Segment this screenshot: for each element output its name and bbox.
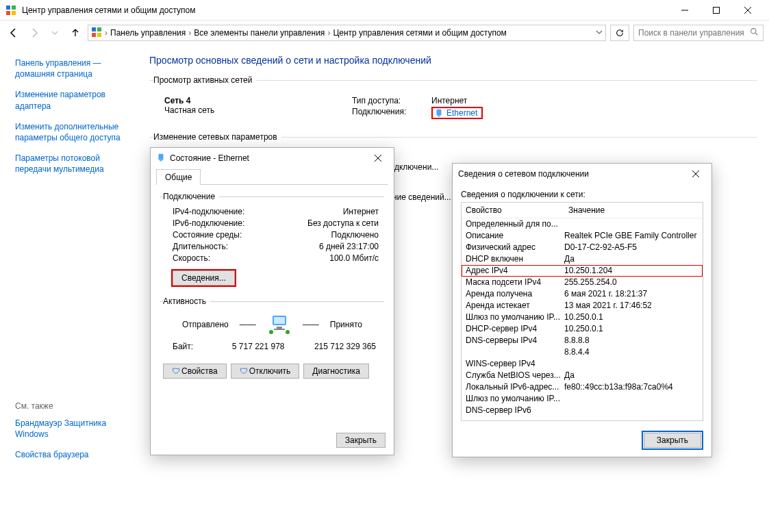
shield-icon: 🛡 — [240, 366, 248, 376]
duration-value: 6 дней 23:17:00 — [319, 242, 379, 251]
details-button[interactable]: Сведения... — [173, 270, 235, 286]
details-row[interactable]: Определенный для по... — [462, 218, 703, 230]
details-row[interactable]: DNS-серверы IPv48.8.8.8 — [462, 335, 703, 346]
details-row[interactable]: WINS-сервер IPv4 — [462, 358, 703, 370]
svg-rect-1 — [12, 5, 16, 10]
sidebar-link[interactable]: Изменение параметров адаптера — [15, 89, 133, 111]
svg-line-13 — [755, 33, 757, 35]
sidebar-link[interactable]: Параметры потоковой передачи мультимедиа — [15, 153, 133, 175]
details-close-button[interactable]: Закрыть — [644, 433, 701, 448]
svg-rect-8 — [92, 27, 96, 31]
details-row[interactable]: Аренда получена6 мая 2021 г. 18:21:37 — [462, 288, 703, 300]
property-cell: DNS-сервер IPv6 — [466, 405, 564, 416]
details-row[interactable]: Физический адресD0-17-C2-92-A5-F5 — [462, 242, 703, 253]
details-row[interactable]: Шлюз по умолчанию IP...10.250.0.1 — [462, 312, 703, 323]
svg-rect-16 — [159, 153, 164, 160]
value-cell: 10.250.0.1 — [564, 312, 698, 323]
property-cell: Локальный IPv6-адрес... — [466, 381, 564, 393]
disable-button[interactable]: 🛡Отключить — [231, 364, 300, 379]
diagnose-button[interactable]: Диагностика — [303, 364, 369, 379]
status-close-button[interactable]: Закрыть — [336, 433, 386, 448]
ipv4-conn-value: Интернет — [343, 207, 379, 216]
page-title: Просмотр основных сведений о сети и наст… — [149, 55, 757, 66]
details-row[interactable]: DHCP-сервер IPv410.250.0.1 — [462, 323, 703, 335]
sidebar-link[interactable]: Изменить дополнительные параметры общего… — [15, 121, 133, 143]
access-type-value: Интернет — [431, 96, 467, 105]
speed-label: Скорость: — [173, 253, 210, 263]
access-type-label: Тип доступа: — [352, 96, 431, 105]
forward-button[interactable] — [26, 25, 42, 41]
sent-label: Отправлено — [182, 320, 229, 329]
svg-rect-0 — [6, 5, 10, 10]
value-cell: 6 мая 2021 г. 18:21:37 — [564, 288, 698, 300]
address-icon — [91, 27, 102, 40]
property-cell: Шлюз по умолчанию IP... — [466, 312, 564, 323]
activity-icon — [267, 314, 292, 335]
svg-rect-2 — [6, 11, 10, 15]
details-row[interactable]: Локальный IPv6-адрес...fe80::49cc:b13a:f… — [462, 381, 703, 393]
svg-rect-14 — [437, 110, 442, 116]
property-cell: Шлюз по умолчанию IP... — [466, 393, 564, 405]
status-dialog: Состояние - Ethernet Общие Подключение I… — [150, 147, 394, 455]
properties-button[interactable]: 🛡Свойства — [163, 364, 227, 379]
breadcrumb-item[interactable]: Все элементы панели управления — [194, 28, 325, 38]
see-also-heading: См. также — [15, 401, 133, 411]
col-property[interactable]: Свойство — [462, 203, 564, 218]
value-cell: Да — [564, 370, 698, 381]
property-cell: Описание — [466, 230, 564, 242]
details-row[interactable]: Адрес IPv410.250.1.204 — [462, 265, 703, 277]
value-cell: Realtek PCIe GBE Family Controller — [564, 230, 698, 242]
activity-group: Активность Отправлено —— —— Принято — [160, 296, 384, 354]
status-close-icon[interactable] — [368, 148, 388, 168]
svg-point-12 — [751, 29, 756, 34]
minimize-button[interactable] — [669, 0, 701, 21]
details-row[interactable]: DHCP включенДа — [462, 253, 703, 265]
value-cell: 13 мая 2021 г. 17:46:52 — [564, 300, 698, 312]
media-state-label: Состояние среды: — [173, 230, 242, 240]
breadcrumb-item[interactable]: Панель управления — [110, 28, 186, 38]
details-row[interactable]: ОписаниеRealtek PCIe GBE Family Controll… — [462, 230, 703, 242]
property-cell: Маска подсети IPv4 — [466, 277, 564, 288]
property-cell: Определенный для по... — [466, 218, 564, 230]
media-state-value: Подключено — [331, 230, 379, 240]
refresh-button[interactable] — [610, 25, 629, 41]
back-button[interactable] — [5, 25, 22, 41]
value-cell: 10.250.1.204 — [564, 265, 698, 277]
value-cell: Да — [564, 253, 698, 265]
details-row[interactable]: Маска подсети IPv4255.255.254.0 — [462, 277, 703, 288]
property-cell: Аренда получена — [466, 288, 564, 300]
value-cell: D0-17-C2-92-A5-F5 — [564, 242, 698, 253]
property-cell: Служба NetBIOS через... — [466, 370, 564, 381]
ethernet-link[interactable]: Ethernet — [431, 107, 483, 119]
svg-rect-3 — [12, 11, 16, 15]
active-networks-group: Просмотр активных сетей Сеть 4 Частная с… — [149, 75, 757, 121]
tab-general[interactable]: Общие — [156, 169, 201, 185]
duration-label: Длительность: — [173, 242, 228, 251]
details-row[interactable]: DNS-сервер IPv6 — [462, 405, 703, 416]
search-input[interactable]: Поиск в панели управления — [633, 25, 764, 41]
sidebar: Панель управления — домашняя страница Из… — [0, 45, 144, 532]
details-row[interactable]: Шлюз по умолчанию IP... — [462, 393, 703, 405]
close-button[interactable] — [732, 0, 764, 21]
recv-label: Принято — [330, 320, 362, 329]
address-dropdown-icon[interactable] — [596, 28, 603, 38]
sidebar-home-link[interactable]: Панель управления — домашняя страница — [15, 58, 133, 79]
svg-rect-23 — [274, 329, 285, 330]
up-button[interactable] — [67, 25, 84, 41]
app-icon — [5, 5, 16, 16]
sidebar-see-also-link[interactable]: Свойства браузера — [15, 449, 133, 460]
svg-point-25 — [286, 330, 290, 334]
details-close-icon[interactable] — [685, 164, 706, 184]
search-icon — [750, 27, 759, 38]
breadcrumb-item[interactable]: Центр управления сетями и общим доступом — [333, 28, 507, 38]
address-bar[interactable]: › Панель управления › Все элементы панел… — [88, 25, 606, 41]
ethernet-icon — [434, 108, 444, 118]
col-value[interactable]: Значение — [564, 203, 703, 218]
sidebar-see-also-link[interactable]: Брандмауэр Защитника Windows — [15, 418, 133, 440]
details-row[interactable]: 8.8.4.4 — [462, 346, 703, 358]
recent-dropdown[interactable] — [47, 25, 63, 41]
details-row[interactable]: Служба NetBIOS через...Да — [462, 370, 703, 381]
window-title: Центр управления сетями и общим доступом — [22, 5, 669, 15]
maximize-button[interactable] — [701, 0, 732, 21]
details-row[interactable]: Аренда истекает13 мая 2021 г. 17:46:52 — [462, 300, 703, 312]
